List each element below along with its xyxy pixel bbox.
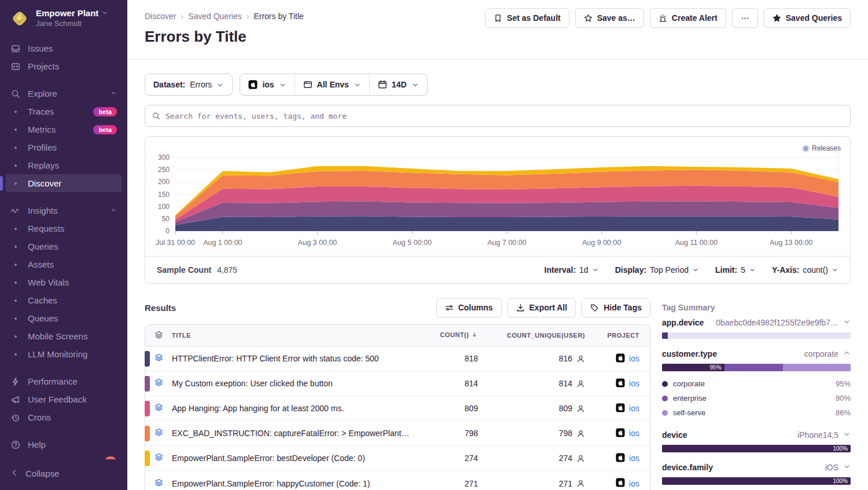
sidebar-item-llm-monitoring[interactable]: LLM Monitoring [6, 345, 122, 363]
sidebar-item-traces[interactable]: Traces beta [6, 103, 122, 120]
tag-legend-row[interactable]: enterprise 90% [662, 391, 851, 405]
series-color-swatch [145, 401, 150, 416]
project-link[interactable]: ios [629, 429, 639, 438]
limit-selector[interactable]: Limit: 5 [715, 265, 756, 275]
tag-header[interactable]: device.family iOS [662, 462, 851, 473]
stack-trace-icon-button[interactable] [155, 378, 163, 389]
collapse-label: Collapse [25, 469, 59, 478]
tag-distribution-bar[interactable]: 100% [662, 445, 851, 452]
tag-distribution-bar[interactable]: 100% [662, 477, 851, 485]
stacked-area-chart: 050100150200250300Jul 31 00:00Aug 1 00:0… [145, 137, 850, 256]
sidebar-item-mobile-screens[interactable]: Mobile Screens [6, 327, 122, 345]
col-project[interactable]: PROJECT [585, 332, 650, 339]
sidebar-group-label: Insights [28, 206, 58, 215]
sidebar-item-projects[interactable]: Projects [6, 57, 122, 75]
tag-header[interactable]: app.device 0baebc0de4982f1255f2e9e9fb7… [662, 317, 851, 328]
search-input[interactable] [165, 112, 843, 120]
events-chart[interactable]: Releases 050100150200250300Jul 31 00:00A… [145, 137, 850, 256]
set-as-default-button[interactable]: Set as Default [485, 8, 569, 28]
filter-14d[interactable]: 14D [369, 74, 427, 95]
stack-icon [155, 353, 163, 362]
save-as-button[interactable]: Save as… [575, 8, 644, 28]
col-count-unique-user[interactable]: COUNT_UNIQUE(USER) [478, 332, 585, 339]
sidebar-item-discover[interactable]: Discover [6, 174, 122, 192]
control-value: 1d [579, 265, 589, 275]
export-all-button[interactable]: Export All [507, 298, 576, 317]
tag-legend-row[interactable]: corporate 95% [662, 376, 851, 391]
sidebar-item-issues[interactable]: Issues [6, 39, 122, 57]
control-value: Top Period [650, 265, 689, 275]
sidebar-item-help[interactable]: Help [6, 436, 122, 454]
apple-platform-icon [616, 453, 625, 464]
user-icon [576, 354, 585, 363]
tag-name: device.family [662, 463, 713, 472]
error-title-link[interactable]: My Custom exeption: User clicked the but… [172, 379, 411, 388]
chevron-up-icon [843, 349, 851, 359]
col-count[interactable]: COUNT() [411, 331, 478, 339]
project-link[interactable]: ios [629, 479, 639, 488]
sidebar-item-replays[interactable]: Replays [6, 156, 122, 174]
stack-trace-icon-button[interactable] [155, 428, 163, 438]
chart-legend[interactable]: Releases [803, 144, 841, 152]
sidebar-item-queries[interactable]: Queries [6, 237, 122, 255]
project-link[interactable]: ios [629, 379, 639, 388]
stack-trace-icon-button[interactable] [155, 403, 163, 414]
tag-header[interactable]: device iPhone14,5 [662, 430, 851, 440]
sidebar-item-profiles[interactable]: Profiles [6, 138, 122, 156]
sidebar-item-requests[interactable]: Requests [6, 220, 122, 237]
tag-legend-row[interactable]: self-serve 86% [662, 405, 851, 420]
sidebar-item-what-s-new[interactable]: What's new 1 [6, 454, 122, 459]
svg-text:Aug 5 00:00: Aug 5 00:00 [393, 239, 432, 247]
pulse-icon [11, 206, 20, 215]
stack-trace-icon-button[interactable] [155, 453, 163, 463]
error-title-link[interactable]: App Hanging: App hanging for at least 20… [172, 404, 411, 413]
dataset-selector[interactable]: Dataset: Errors [145, 74, 233, 96]
apple-icon [616, 428, 625, 437]
project-link[interactable]: ios [629, 354, 639, 363]
stack-trace-icon-button[interactable] [155, 353, 163, 364]
sidebar-item-metrics[interactable]: Metrics beta [6, 120, 122, 138]
tag-distribution-bar[interactable]: 95% [662, 364, 851, 371]
chevron-down-icon [843, 430, 851, 440]
org-name[interactable]: Empower Plant [36, 8, 98, 18]
user-name: Jane Schmidt [36, 19, 108, 28]
error-title-link[interactable]: EmpowerPlant.SampleError: bestDeveloper … [172, 454, 411, 463]
sidebar-item-web-vitals[interactable]: Web Vitals [6, 273, 122, 291]
sidebar-item-user-feedback[interactable]: User Feedback [6, 390, 122, 408]
error-title-link[interactable]: HTTPClientError: HTTP Client Error with … [172, 354, 411, 363]
col-title[interactable]: TITLE [172, 332, 411, 339]
sidebar-item-queues[interactable]: Queues [6, 309, 122, 327]
search-bar[interactable] [145, 105, 851, 127]
sidebar-group-label: Explore [28, 89, 57, 98]
sidebar-group-insights[interactable]: Insights [6, 202, 122, 220]
more-options-button[interactable] [732, 8, 758, 28]
breadcrumb-item[interactable]: Saved Queries [188, 12, 242, 21]
sidebar-item-caches[interactable]: Caches [6, 291, 122, 309]
sidebar-item-assets[interactable]: Assets [6, 255, 122, 273]
sidebar-group-explore[interactable]: Explore [6, 85, 122, 103]
chevron-down-icon [279, 81, 286, 89]
columns-button[interactable]: Columns [436, 298, 502, 317]
user-icon [576, 404, 585, 413]
filter-ios[interactable]: ios [240, 74, 294, 95]
filter-all-envs[interactable]: All Envs [295, 74, 369, 95]
sidebar-collapse-button[interactable]: Collapse [0, 459, 127, 490]
sidebar-item-performance[interactable]: Performance [6, 372, 122, 390]
hide-tags-button[interactable]: Hide Tags [582, 298, 650, 317]
breadcrumb-item[interactable]: Errors by Title [253, 12, 303, 21]
saved-queries-button[interactable]: Saved Queries [764, 8, 851, 28]
project-link[interactable]: ios [629, 454, 639, 463]
project-link[interactable]: ios [629, 404, 639, 413]
stack-trace-icon-button[interactable] [155, 478, 163, 489]
create-alert-button[interactable]: Create Alert [650, 8, 726, 28]
error-title-link[interactable]: EmpowerPlant.SampleError: happyCustomer … [172, 479, 411, 488]
breadcrumb-item[interactable]: Discover [145, 12, 176, 21]
org-header[interactable]: Empower Plant Jane Schmidt [0, 0, 127, 35]
sidebar-item-crons[interactable]: Crons [6, 408, 122, 426]
y-axis-selector[interactable]: Y-Axis: count() [772, 265, 838, 275]
error-title-link[interactable]: EXC_BAD_INSTRUCTION: captureFatalError: … [172, 429, 411, 438]
interval-selector[interactable]: Interval: 1d [545, 265, 599, 275]
display-selector[interactable]: Display: Top Period [615, 265, 699, 275]
tag-distribution-bar[interactable] [662, 332, 851, 339]
tag-header[interactable]: customer.type corporate [662, 349, 851, 359]
